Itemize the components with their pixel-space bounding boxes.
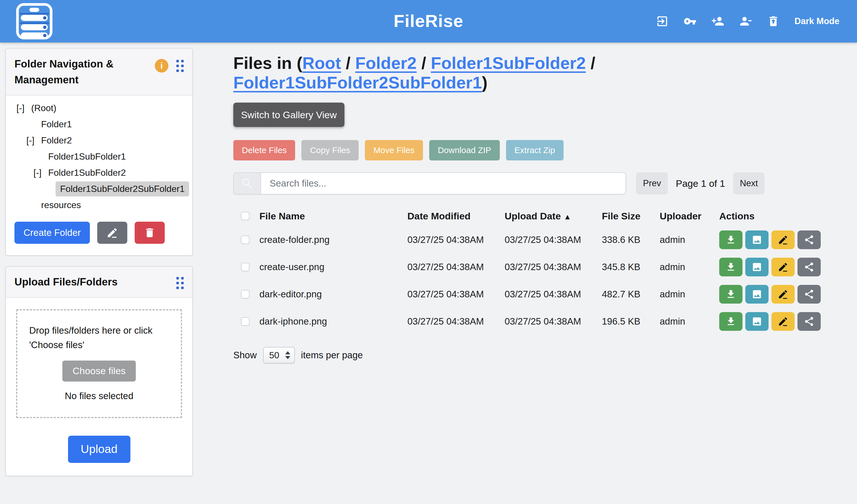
share-icon (804, 262, 814, 272)
file-name[interactable]: create-user.png (259, 262, 407, 272)
breadcrumb-link-folder2[interactable]: Folder2 (355, 54, 417, 72)
tree-item-folder1subfolder2subfolder1-selected[interactable]: Folder1SubFolder2SubFolder1 (12, 181, 187, 197)
switch-gallery-view-button[interactable]: Switch to Gallery View (233, 103, 345, 127)
file-dropzone[interactable]: Drop files/folders here or click 'Choose… (16, 309, 182, 418)
no-files-selected-text: No files selected (29, 391, 169, 401)
selected-folder-label[interactable]: Folder1SubFolder2SubFolder1 (55, 181, 189, 197)
header-actions: Dark Mode (656, 0, 839, 43)
row-checkbox[interactable] (241, 236, 250, 244)
prev-page-button[interactable]: Prev (636, 172, 668, 195)
file-name[interactable]: dark-iphone.png (259, 316, 407, 327)
column-header-date-modified[interactable]: Date Modified (407, 211, 505, 222)
choose-files-button[interactable]: Choose files (62, 360, 136, 382)
add-user-icon[interactable] (711, 15, 724, 28)
rename-button[interactable] (771, 231, 795, 249)
tree-item-folder1subfolder1[interactable]: Folder1SubFolder1 (12, 149, 187, 165)
file-size: 482.7 KB (602, 289, 660, 300)
select-all-checkbox[interactable] (241, 212, 250, 220)
file-name[interactable]: create-folder.png (259, 234, 407, 245)
search-group (233, 172, 626, 195)
sort-ascending-icon: ▲ (564, 213, 571, 221)
folder-panel-header: Folder Navigation & Management i (6, 49, 192, 96)
share-button[interactable] (797, 312, 821, 331)
tree-item-folder2[interactable]: [-] Folder2 (12, 132, 187, 149)
breadcrumb-separator: / (417, 54, 431, 72)
remove-user-icon[interactable] (739, 15, 752, 28)
rename-button[interactable] (771, 312, 795, 331)
folder-label[interactable]: (Root) (31, 103, 56, 113)
drag-handle-icon[interactable] (177, 60, 184, 72)
preview-button[interactable] (745, 312, 769, 331)
image-icon (752, 262, 762, 272)
folder-label[interactable]: Folder1 (41, 119, 72, 130)
dark-mode-toggle[interactable]: Dark Mode (795, 16, 839, 27)
date-modified: 03/27/25 04:38AM (407, 234, 505, 245)
share-button[interactable] (797, 285, 821, 304)
column-header-file-name[interactable]: File Name (259, 211, 407, 222)
column-header-uploader[interactable]: Uploader (660, 211, 719, 222)
file-toolbar: Delete Files Copy Files Move Files Downl… (233, 140, 831, 161)
breadcrumb-link-folder1subfolder2[interactable]: Folder1SubFolder2 (431, 54, 586, 72)
upload-panel: Upload Files/Folders Drop files/folders … (5, 266, 193, 476)
column-header-upload-date[interactable]: Upload Date▲ (505, 211, 602, 222)
sidebar: Folder Navigation & Management i [-] (Ro… (5, 48, 193, 487)
column-header-file-size[interactable]: File Size (602, 211, 660, 222)
download-button[interactable] (719, 258, 742, 276)
share-button[interactable] (797, 258, 821, 276)
breadcrumb-link-root[interactable]: Root (302, 54, 341, 72)
rename-folder-button[interactable] (97, 222, 127, 244)
download-button[interactable] (719, 285, 742, 304)
logout-icon[interactable] (656, 15, 669, 28)
file-name[interactable]: dark-editor.png (259, 289, 407, 300)
create-folder-button[interactable]: Create Folder (15, 222, 90, 244)
tree-item-resources[interactable]: resources (12, 197, 187, 213)
search-row: Prev Page 1 of 1 Next (233, 172, 831, 195)
breadcrumb-suffix: ) (482, 73, 488, 92)
search-input[interactable] (261, 172, 626, 195)
download-button[interactable] (719, 231, 742, 249)
uploader: admin (660, 289, 719, 300)
folder-label[interactable]: Folder1SubFolder2 (48, 168, 126, 178)
tree-item-folder1subfolder2[interactable]: [-] Folder1SubFolder2 (12, 165, 187, 181)
collapse-toggle[interactable]: [-] (33, 168, 48, 178)
breadcrumb-prefix: Files in ( (233, 54, 302, 72)
restore-trash-icon[interactable] (767, 15, 780, 28)
row-actions (719, 312, 831, 331)
rename-button[interactable] (771, 285, 795, 304)
drag-handle-icon[interactable] (177, 277, 184, 289)
extract-zip-button[interactable]: Extract Zip (506, 140, 564, 161)
copy-files-button[interactable]: Copy Files (301, 140, 359, 161)
upload-button[interactable]: Upload (68, 436, 130, 463)
folder-label[interactable]: Folder1SubFolder1 (48, 151, 126, 162)
row-checkbox[interactable] (241, 263, 250, 271)
preview-button[interactable] (745, 285, 769, 304)
folder-label[interactable]: resources (41, 200, 81, 210)
breadcrumb-link-folder1subfolder2subfolder1[interactable]: Folder1SubFolder2SubFolder1 (233, 73, 482, 92)
collapse-toggle[interactable]: [-] (27, 135, 41, 146)
download-icon (725, 262, 736, 272)
download-zip-button[interactable]: Download ZIP (429, 140, 500, 161)
collapse-toggle[interactable]: [-] (16, 103, 31, 113)
items-per-page-select[interactable]: 50 (263, 347, 295, 364)
preview-button[interactable] (745, 231, 769, 249)
row-checkbox[interactable] (241, 317, 250, 326)
tree-item-folder1[interactable]: Folder1 (12, 116, 187, 132)
delete-folder-button[interactable] (135, 222, 165, 244)
breadcrumb: Files in (Root / Folder2 / Folder1SubFol… (233, 53, 831, 93)
tree-item-root[interactable]: [-] (Root) (12, 100, 187, 116)
folder-label[interactable]: Folder2 (41, 135, 72, 146)
download-icon (725, 234, 736, 245)
delete-files-button[interactable]: Delete Files (233, 140, 295, 161)
download-button[interactable] (719, 312, 742, 331)
key-icon[interactable] (684, 15, 696, 28)
trash-icon (144, 227, 156, 239)
select-arrows-icon (285, 351, 290, 359)
preview-button[interactable] (745, 258, 769, 276)
next-page-button[interactable]: Next (733, 172, 765, 195)
row-checkbox[interactable] (241, 290, 250, 299)
share-button[interactable] (797, 231, 821, 249)
rename-button[interactable] (771, 258, 795, 276)
info-icon[interactable]: i (155, 59, 168, 72)
share-icon (804, 234, 814, 245)
move-files-button[interactable]: Move Files (365, 140, 423, 161)
